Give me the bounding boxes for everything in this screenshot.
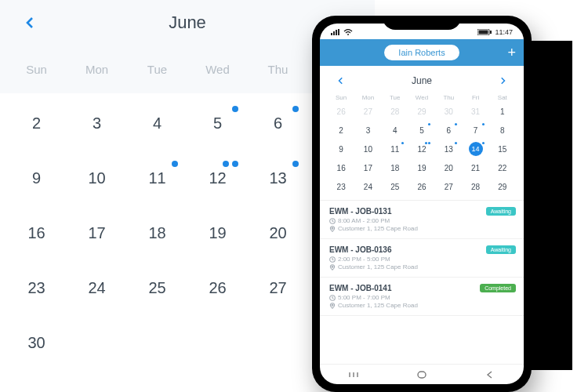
- day-number: 4: [393, 126, 397, 135]
- weekday-label: Tue: [382, 94, 408, 101]
- weekday-label: Wed: [187, 63, 248, 76]
- signal-icon: [331, 29, 340, 35]
- calendar-day[interactable]: 2: [6, 107, 67, 139]
- calendar-day[interactable]: 20: [248, 217, 308, 249]
- calendar-day[interactable]: 4: [382, 123, 408, 137]
- calendar-day[interactable]: 18: [382, 161, 408, 175]
- calendar-day[interactable]: 16: [6, 217, 67, 249]
- calendar-day[interactable]: 7: [462, 123, 488, 137]
- calendar-day[interactable]: 13: [435, 142, 462, 156]
- calendar-day[interactable]: 9: [6, 162, 67, 194]
- calendar-day[interactable]: 9: [328, 142, 354, 156]
- job-card[interactable]: EWM - JOB-01415:00 PM - 7:00 PMCustomer …: [320, 278, 524, 316]
- day-number: 6: [274, 114, 282, 132]
- day-number: 28: [471, 183, 480, 191]
- nav-recent-button[interactable]: [347, 370, 361, 379]
- user-pill[interactable]: Iain Roberts: [384, 45, 459, 60]
- calendar-day[interactable]: 2: [328, 123, 354, 137]
- job-card[interactable]: EWM - JOB-01362:00 PM - 5:00 PMCustomer …: [320, 239, 524, 278]
- calendar-day[interactable]: 20: [435, 161, 462, 175]
- prev-month-button[interactable]: [22, 14, 39, 31]
- status-badge: Awaiting: [486, 207, 516, 216]
- nav-back-button[interactable]: [483, 370, 497, 379]
- calendar-day[interactable]: 28: [462, 180, 488, 194]
- calendar-day[interactable]: 6: [435, 123, 462, 137]
- svg-point-9: [332, 227, 333, 229]
- calendar-day[interactable]: 16: [328, 161, 354, 175]
- day-number: 19: [209, 224, 226, 242]
- calendar-day[interactable]: 5: [408, 123, 435, 137]
- calendar-day[interactable]: 8: [489, 123, 516, 137]
- calendar-day[interactable]: 1: [489, 104, 516, 118]
- weekday-label: Thu: [248, 63, 308, 76]
- weekday-label: Sat: [489, 94, 516, 101]
- calendar-day[interactable]: 10: [67, 162, 127, 194]
- mobile-month-label: June: [412, 75, 432, 86]
- calendar-day[interactable]: 11: [127, 162, 187, 194]
- nav-home-button[interactable]: [415, 370, 429, 379]
- calendar-day[interactable]: 3: [354, 123, 381, 137]
- calendar-day[interactable]: 13: [248, 162, 308, 194]
- mobile-prev-month-button[interactable]: [332, 72, 350, 89]
- calendar-day[interactable]: 29: [408, 104, 435, 118]
- calendar-day[interactable]: 30: [6, 327, 67, 358]
- calendar-day[interactable]: 27: [435, 180, 462, 194]
- calendar-day[interactable]: 25: [382, 180, 408, 194]
- day-number: 29: [498, 183, 506, 191]
- calendar-day[interactable]: 10: [354, 142, 381, 156]
- event-dot-icon: [401, 142, 404, 144]
- calendar-day[interactable]: 5: [187, 107, 248, 139]
- calendar-day[interactable]: 12: [408, 142, 435, 156]
- day-number: 3: [366, 126, 371, 135]
- calendar-day[interactable]: 29: [489, 180, 516, 194]
- calendar-day[interactable]: 12: [187, 162, 248, 194]
- calendar-day[interactable]: 24: [354, 180, 381, 194]
- calendar-day[interactable]: 23: [328, 180, 354, 194]
- calendar-day[interactable]: 23: [6, 272, 67, 303]
- calendar-day[interactable]: 26: [328, 104, 354, 118]
- calendar-day[interactable]: 19: [408, 161, 435, 175]
- day-number: 12: [209, 169, 226, 187]
- event-dot-icon: [425, 142, 427, 144]
- day-number: 5: [419, 126, 424, 135]
- calendar-day: [67, 327, 127, 358]
- calendar-day[interactable]: 28: [382, 104, 408, 118]
- app-header: Iain Roberts +: [320, 39, 524, 66]
- calendar-day[interactable]: 26: [187, 272, 248, 303]
- day-number: 11: [148, 169, 165, 187]
- calendar-day[interactable]: 27: [354, 104, 381, 118]
- svg-point-11: [332, 266, 333, 267]
- calendar-day[interactable]: 17: [67, 217, 127, 249]
- calendar-day[interactable]: 24: [67, 272, 127, 303]
- weekday-label: Mon: [354, 94, 381, 101]
- android-navbar: [320, 364, 524, 384]
- day-number: 26: [337, 107, 346, 116]
- mobile-next-month-button[interactable]: [494, 72, 511, 89]
- calendar-day[interactable]: 11: [382, 142, 408, 156]
- calendar-day[interactable]: 3: [67, 107, 127, 139]
- battery-icon: [477, 29, 492, 35]
- job-list[interactable]: EWM - JOB-01318:00 AM - 2:00 PMCustomer …: [320, 201, 524, 364]
- calendar-day[interactable]: 22: [489, 161, 516, 175]
- calendar-day[interactable]: 4: [127, 107, 187, 139]
- day-number: 20: [445, 164, 453, 172]
- calendar-day[interactable]: 27: [248, 272, 308, 303]
- calendar-day[interactable]: 6: [248, 107, 308, 139]
- clock-icon: [329, 256, 336, 263]
- day-number: 17: [88, 224, 105, 242]
- day-number: 28: [390, 107, 399, 116]
- add-button[interactable]: +: [507, 45, 516, 60]
- day-number: 24: [88, 279, 105, 297]
- calendar-day[interactable]: 14: [462, 142, 488, 156]
- calendar-day[interactable]: 17: [354, 161, 381, 175]
- calendar-day[interactable]: 25: [127, 272, 187, 303]
- job-time: 5:00 PM - 7:00 PM: [329, 294, 514, 301]
- job-card[interactable]: EWM - JOB-01318:00 AM - 2:00 PMCustomer …: [320, 201, 524, 239]
- calendar-day[interactable]: 30: [435, 104, 462, 118]
- calendar-day[interactable]: 19: [187, 217, 248, 249]
- calendar-day[interactable]: 15: [489, 142, 516, 156]
- calendar-day[interactable]: 31: [462, 104, 488, 118]
- calendar-day[interactable]: 18: [127, 217, 187, 249]
- calendar-day[interactable]: 21: [462, 161, 488, 175]
- calendar-day[interactable]: 26: [408, 180, 435, 194]
